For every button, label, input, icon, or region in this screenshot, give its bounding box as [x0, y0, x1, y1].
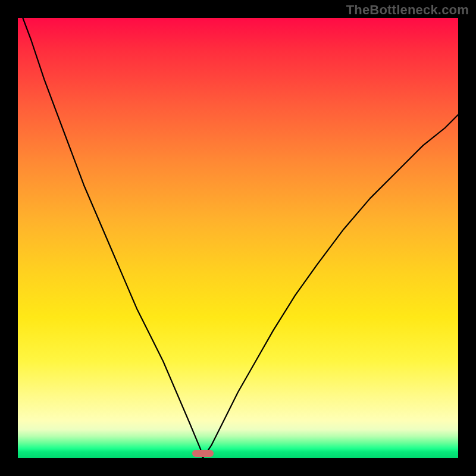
bottleneck-curve: [18, 18, 458, 458]
minimum-marker: [192, 450, 214, 457]
watermark-text: TheBottleneck.com: [346, 2, 469, 18]
chart-plot-area: [18, 18, 458, 458]
